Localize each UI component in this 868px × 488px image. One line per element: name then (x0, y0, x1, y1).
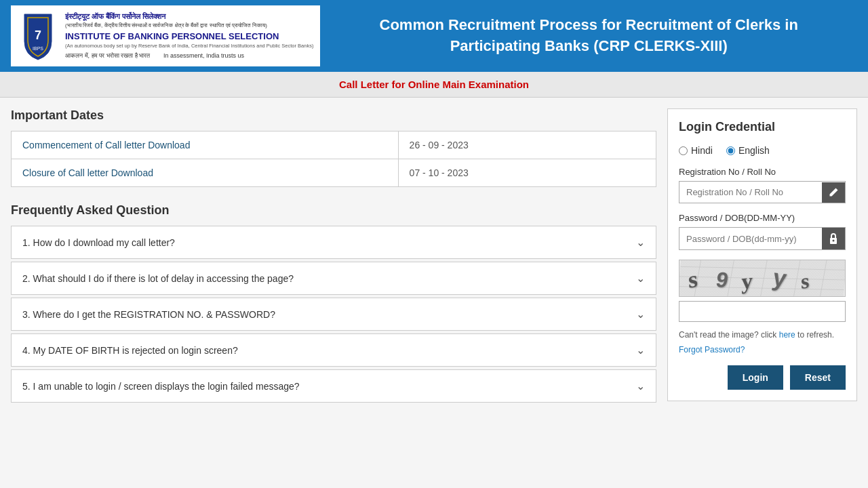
reg-no-input[interactable] (679, 182, 822, 203)
logo-area: 7 IBPS इंस्टीट्यूट ऑफ बैंकिंग पर्सोनेल स… (11, 5, 320, 66)
logo-tagline: आकलन में, हम पर भरोसा रखता है भारत In as… (65, 52, 313, 60)
svg-text:y: y (741, 268, 755, 294)
faq-question-4: 4. My DATE OF BIRTH is rejected on login… (22, 345, 238, 356)
important-dates-title: Important Dates (11, 108, 656, 123)
faq-question-5: 5. I am unable to login / screen display… (22, 381, 300, 392)
date-value-1: 26 - 09 - 2023 (398, 131, 656, 159)
svg-text:s: s (688, 266, 701, 293)
reset-button[interactable]: Reset (790, 365, 846, 390)
logo-text-area: इंस्टीट्यूट ऑफ बैंकिंग पर्सोनेल सिलेक्शन… (65, 12, 313, 60)
chevron-down-icon-3: ⌄ (636, 308, 645, 321)
edit-icon-button[interactable] (822, 182, 845, 203)
sub-header-text: Call Letter for Online Main Examination (339, 79, 529, 90)
date-label-2: Closure of Call letter Download (12, 159, 399, 187)
captcha-refresh-link[interactable]: here (779, 330, 795, 340)
tagline-english: In assessment, India trusts us (163, 52, 244, 60)
cant-read-suffix: to refresh. (795, 330, 834, 340)
table-row: Closure of Call letter Download 07 - 10 … (12, 159, 656, 187)
svg-text:IBPS: IBPS (33, 46, 43, 51)
ibps-logo-icon: 7 IBPS (18, 11, 58, 62)
svg-text:7: 7 (35, 28, 41, 42)
dates-table: Commencement of Call letter Download 26 … (11, 131, 656, 187)
hindi-radio[interactable] (679, 146, 688, 155)
lock-icon (829, 233, 838, 244)
svg-point-4 (833, 240, 835, 242)
logo-hindi-title: इंस्टीट्यूट ऑफ बैंकिंग पर्सोनेल सिलेक्शन (65, 12, 313, 21)
faq-item-4[interactable]: 4. My DATE OF BIRTH is rejected on login… (11, 333, 656, 367)
hindi-radio-label[interactable]: Hindi (679, 145, 713, 156)
logo-sub-hindi: (भारतीय रिजर्व बैंक, केंद्रीय वित्तीय सं… (65, 22, 313, 29)
reg-no-input-row (679, 181, 846, 203)
faq-item-5[interactable]: 5. I am unable to login / screen display… (11, 369, 656, 403)
faq-item-3[interactable]: 3. Where do I get the REGISTRATION NO. &… (11, 298, 656, 331)
header-title: Common Recruitment Process for Recruitme… (320, 15, 857, 57)
faq-question-2: 2. What should I do if there is lot of d… (22, 273, 294, 284)
captcha-display: s 9 y y s (679, 260, 846, 296)
table-row: Commencement of Call letter Download 26 … (12, 131, 656, 159)
button-row: Login Reset (679, 365, 846, 390)
sub-header: Call Letter for Online Main Examination (0, 72, 868, 98)
chevron-down-icon-5: ⌄ (636, 380, 645, 392)
password-input-row (679, 227, 846, 250)
svg-text:s: s (801, 268, 812, 293)
chevron-down-icon-4: ⌄ (636, 344, 645, 357)
tagline-hindi: आकलन में, हम पर भरोसा रखता है भारत (65, 52, 150, 60)
english-radio[interactable] (726, 146, 735, 155)
header: 7 IBPS इंस्टीट्यूट ऑफ बैंकिंग पर्सोनेल स… (0, 0, 868, 72)
reg-no-label: Registration No / Roll No (679, 167, 846, 177)
password-label: Password / DOB(DD-MM-YY) (679, 213, 846, 223)
chevron-down-icon-2: ⌄ (636, 272, 645, 285)
faq-question-1: 1. How do I download my call letter? (22, 237, 175, 248)
chevron-down-icon-1: ⌄ (636, 236, 645, 249)
login-button[interactable]: Login (728, 365, 783, 390)
language-row: Hindi English (679, 145, 846, 156)
password-input[interactable] (679, 228, 822, 249)
faq-item-1[interactable]: 1. How do I download my call letter? ⌄ (11, 226, 656, 259)
date-label-1: Commencement of Call letter Download (12, 131, 399, 159)
cant-read-text: Can't read the image? click here to refr… (679, 329, 846, 341)
lock-icon-button[interactable] (822, 228, 845, 249)
logo-english-title: INSTITUTE OF BANKING PERSONNEL SELECTION (65, 31, 313, 41)
left-panel: Important Dates Commencement of Call let… (11, 108, 656, 405)
captcha-input[interactable] (679, 301, 846, 322)
english-label: English (738, 145, 770, 156)
edit-icon (829, 188, 838, 197)
faq-question-3: 3. Where do I get the REGISTRATION NO. &… (22, 309, 275, 320)
main-content: Important Dates Commencement of Call let… (0, 98, 868, 416)
faq-item-2[interactable]: 2. What should I do if there is lot of d… (11, 262, 656, 295)
logo-sub-english: (An autonomous body set up by Reserve Ba… (65, 43, 313, 49)
login-title: Login Credential (679, 120, 846, 134)
captcha-image: s 9 y y s (679, 260, 846, 297)
date-value-2: 07 - 10 - 2023 (398, 159, 656, 187)
login-panel: Login Credential Hindi English Registrat… (667, 108, 857, 401)
cant-read-prefix: Can't read the image? click (679, 330, 779, 340)
captcha-area: s 9 y y s (679, 260, 846, 322)
faq-title: Frequently Asked Question (11, 203, 656, 218)
english-radio-label[interactable]: English (726, 145, 770, 156)
forgot-password-link[interactable]: Forgot Password? (679, 345, 846, 354)
hindi-label: Hindi (691, 145, 713, 156)
